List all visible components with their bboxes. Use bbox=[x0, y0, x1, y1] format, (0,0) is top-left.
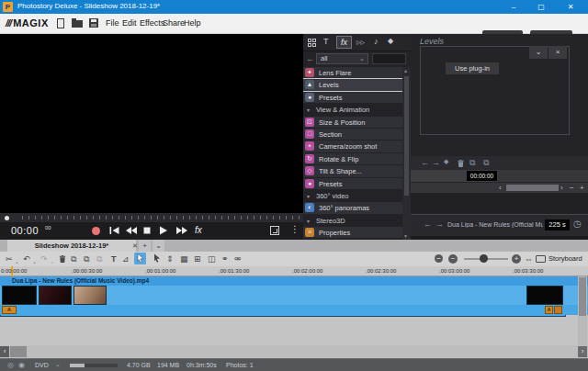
delete-button[interactable] bbox=[58, 254, 67, 264]
effects-search-input[interactable] bbox=[372, 53, 406, 64]
effects-item[interactable]: ⊡Size & Position bbox=[303, 117, 402, 128]
back-arrow-icon[interactable]: ← bbox=[306, 54, 314, 63]
effects-category[interactable]: ▾Stereo3D bbox=[303, 215, 402, 226]
preview-fx-button[interactable]: fx bbox=[195, 225, 202, 235]
mouse-mode-single-button[interactable] bbox=[134, 253, 146, 264]
delete-keyframe-icon[interactable] bbox=[457, 159, 465, 168]
media-tab-grid-icon[interactable] bbox=[308, 39, 316, 47]
disc-type-caret-icon[interactable]: ⌄ bbox=[55, 361, 61, 368]
scrollbar-thumb[interactable] bbox=[404, 76, 409, 196]
effects-item[interactable]: ◐360° panoramas bbox=[303, 202, 402, 213]
video-preview[interactable] bbox=[0, 34, 303, 213]
zoom-in-button[interactable]: + bbox=[512, 254, 521, 264]
keyframe-next-icon[interactable]: → bbox=[432, 158, 440, 167]
storyboard-mode-button[interactable]: Storyboard bbox=[548, 254, 582, 263]
effects-item[interactable]: ▲Levels bbox=[303, 79, 402, 90]
effects-item[interactable]: □Section bbox=[303, 129, 402, 140]
panel-collapse-button[interactable]: ⌄ bbox=[529, 46, 548, 59]
keyframe-scrollbar[interactable]: ‹ › − + bbox=[411, 183, 588, 193]
paste-keyframe-icon[interactable]: ⧉ bbox=[483, 158, 489, 168]
audio-indicator-icon[interactable]: A bbox=[2, 306, 17, 314]
rewind-button[interactable] bbox=[124, 226, 138, 235]
add-keyframe-icon[interactable]: ◆ bbox=[444, 158, 448, 165]
new-project-icon[interactable] bbox=[57, 18, 64, 28]
collapse-caret-icon[interactable]: ▾ bbox=[307, 193, 310, 199]
effects-indicator-icon[interactable] bbox=[554, 306, 562, 314]
zoom-slider-handle[interactable] bbox=[480, 254, 488, 263]
project-tab[interactable]: Slideshow 2018-12-19*✕ bbox=[7, 240, 136, 252]
scroll-down-icon[interactable]: ▼ bbox=[403, 233, 408, 239]
panel-close-button[interactable]: × bbox=[548, 46, 567, 59]
title-editor-button[interactable]: T bbox=[111, 253, 117, 264]
tab-effects[interactable]: fx bbox=[336, 36, 352, 49]
audio-monitor-icon[interactable]: ◫ bbox=[208, 253, 216, 264]
stop-button[interactable] bbox=[142, 226, 152, 235]
minimize-button[interactable]: – bbox=[500, 0, 527, 14]
fit-project-icon[interactable]: ⇔ bbox=[525, 253, 533, 264]
preview-menu-icon[interactable]: ⋮ bbox=[290, 224, 300, 234]
object-stretch-icon[interactable]: ⇕ bbox=[166, 253, 174, 264]
zoom-out-button[interactable]: − bbox=[448, 254, 458, 264]
copy-keyframe-icon[interactable]: ⧉ bbox=[469, 158, 475, 168]
maximize-button[interactable]: ▢ bbox=[527, 0, 555, 14]
rotate-tool-icon[interactable]: ⊿ bbox=[122, 253, 130, 264]
scrollbar-thumb[interactable] bbox=[506, 185, 559, 191]
scroll-right-button[interactable]: › bbox=[578, 346, 587, 357]
object-duration[interactable]: 225 s bbox=[545, 219, 570, 230]
effects-item[interactable]: ✦Lens Flare bbox=[303, 67, 402, 78]
menu-share[interactable]: Share bbox=[163, 18, 185, 28]
prev-object-icon[interactable]: ← bbox=[424, 219, 432, 229]
ungroup-button[interactable]: ⚮ bbox=[234, 253, 242, 264]
play-button[interactable] bbox=[158, 226, 168, 235]
track-vertical-scrollbar[interactable] bbox=[578, 276, 587, 345]
tab-close-icon[interactable]: ✕ bbox=[132, 240, 138, 252]
effects-item[interactable]: ◇Tilt & Shape... bbox=[303, 165, 402, 176]
undo-button[interactable]: ↶ bbox=[23, 253, 30, 264]
scroll-up-icon[interactable]: ▲ bbox=[403, 68, 408, 73]
tab-tag-icon[interactable]: ◆ bbox=[388, 37, 393, 45]
tab-audio-icon[interactable]: ♪ bbox=[374, 37, 379, 46]
scroll-left-icon[interactable]: ‹ bbox=[499, 183, 502, 193]
use-plugin-button[interactable]: Use plug-in bbox=[446, 62, 499, 74]
clip-header[interactable]: Dua Lipa - New Rules (Official Music Vid… bbox=[0, 276, 588, 286]
save-project-icon[interactable] bbox=[89, 18, 98, 28]
filter-dropdown[interactable]: all⌄ bbox=[316, 53, 368, 64]
video-clip[interactable]: Dua Lipa - New Rules (Official Music Vid… bbox=[0, 276, 566, 317]
next-object-icon[interactable]: → bbox=[435, 219, 444, 229]
clock-icon[interactable]: ◷ bbox=[573, 219, 582, 229]
thumbnail-view-icon[interactable]: ▦ bbox=[180, 253, 188, 264]
scrollbar-thumb[interactable] bbox=[10, 346, 27, 357]
zoom-out-icon[interactable]: − bbox=[570, 183, 574, 193]
scrollbar-thumb[interactable] bbox=[579, 277, 586, 316]
copy-button[interactable]: ⧉ bbox=[84, 253, 89, 264]
collapse-caret-icon[interactable]: ▾ bbox=[307, 107, 310, 113]
mouse-mode-all-icon[interactable] bbox=[153, 253, 162, 264]
range-view-icon[interactable]: ⊞ bbox=[194, 253, 201, 264]
jump-start-button[interactable] bbox=[108, 226, 120, 235]
group-button[interactable]: ⚭ bbox=[221, 253, 229, 264]
menu-help[interactable]: Help bbox=[184, 18, 201, 28]
menu-effects[interactable]: Effects bbox=[140, 18, 164, 28]
effects-item[interactable]: ⌖Camera/zoom shot bbox=[303, 141, 402, 152]
effects-scrollbar[interactable]: ▲ ▼ bbox=[402, 67, 411, 240]
monitor-icon[interactable] bbox=[536, 255, 546, 263]
menu-edit[interactable]: Edit bbox=[122, 18, 137, 28]
playhead-marker[interactable] bbox=[5, 216, 9, 220]
scroll-right-icon[interactable]: › bbox=[560, 183, 563, 193]
redo-button[interactable]: ↷ bbox=[40, 253, 48, 264]
effects-category[interactable]: ▾360° video bbox=[303, 190, 402, 201]
audio-indicator-icon[interactable]: A bbox=[545, 306, 553, 314]
timeline-horizontal-scrollbar[interactable]: ‹ › bbox=[0, 345, 588, 358]
split-tool-icon[interactable]: ✂ bbox=[6, 253, 13, 264]
cut-button[interactable]: ⧉ bbox=[71, 253, 76, 264]
new-tab-button[interactable]: + bbox=[139, 240, 151, 252]
tab-transitions-icon[interactable]: ▷▷ bbox=[356, 39, 365, 45]
effects-item[interactable]: ●Presets bbox=[303, 178, 402, 189]
keyframe-prev-icon[interactable]: ← bbox=[421, 158, 429, 167]
zoom-in-icon[interactable]: + bbox=[580, 183, 584, 193]
tab-list-button[interactable]: ⌄ bbox=[153, 240, 164, 252]
effects-item[interactable]: ↻Rotate & Flip bbox=[303, 153, 402, 164]
open-project-icon[interactable] bbox=[72, 20, 83, 28]
disc-type-select[interactable]: DVD bbox=[35, 362, 49, 368]
preview-scrub-bar[interactable] bbox=[0, 213, 303, 222]
